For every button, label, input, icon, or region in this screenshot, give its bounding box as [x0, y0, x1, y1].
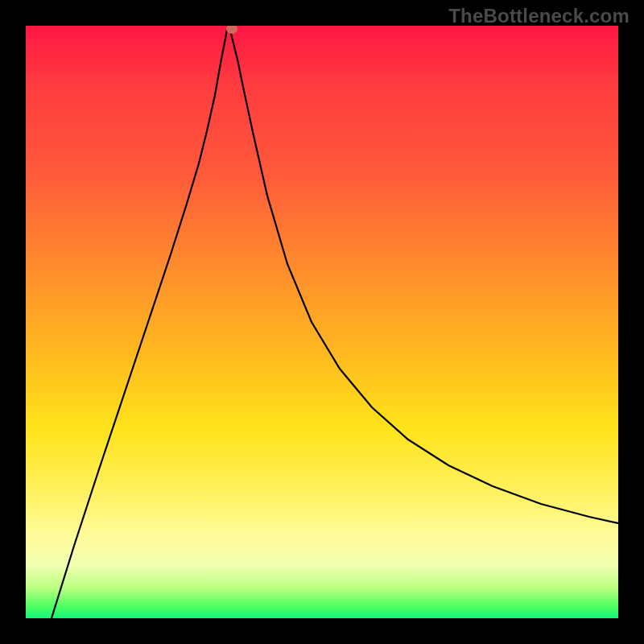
- cusp-curve: [52, 29, 618, 618]
- curve-svg: [26, 26, 618, 618]
- chart-frame: TheBottleneck.com: [0, 0, 644, 644]
- plot-area: [26, 26, 618, 618]
- watermark-text: TheBottleneck.com: [448, 5, 630, 27]
